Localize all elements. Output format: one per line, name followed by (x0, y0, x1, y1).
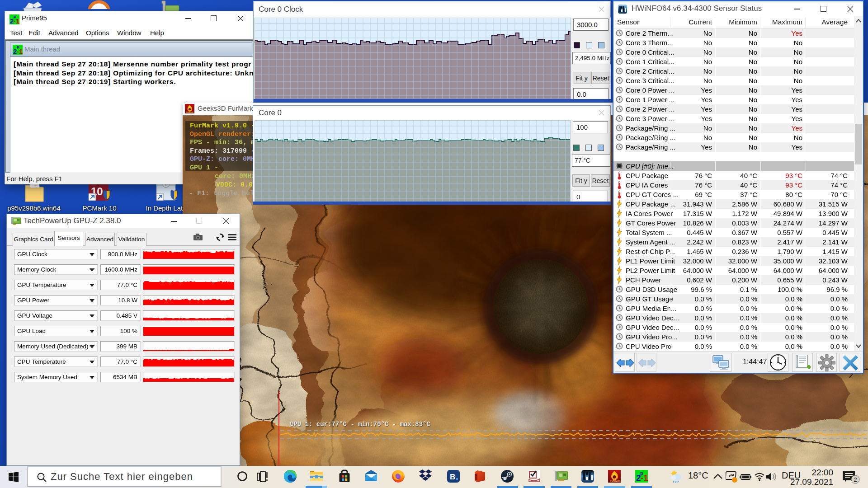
svg-text:2: 2 (854, 476, 857, 483)
svg-text:-1: -1 (14, 17, 19, 24)
svg-text:FURMARK: FURMARK (186, 112, 194, 113)
svg-text:2: 2 (636, 473, 641, 483)
svg-text:-1: -1 (17, 47, 23, 55)
svg-text:-1: -1 (641, 473, 648, 483)
svg-text:FURMARK: FURMARK (610, 480, 621, 482)
svg-text:B: B (450, 473, 455, 481)
